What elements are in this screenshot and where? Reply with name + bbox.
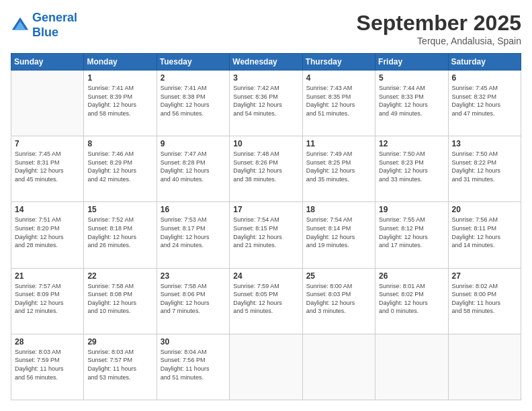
logo-text: General Blue (32, 11, 77, 40)
month-title: September 2025 (357, 11, 521, 36)
calendar-cell: 10Sunrise: 7:48 AM Sunset: 8:26 PM Dayli… (230, 136, 302, 202)
weekday-header: Monday (84, 54, 157, 71)
day-info: Sunrise: 7:54 AM Sunset: 8:14 PM Dayligh… (306, 216, 371, 249)
calendar-cell: 5Sunrise: 7:44 AM Sunset: 8:33 PM Daylig… (375, 71, 448, 136)
calendar-cell: 28Sunrise: 8:03 AM Sunset: 7:59 PM Dayli… (11, 334, 84, 400)
day-number: 15 (87, 205, 152, 214)
day-number: 4 (306, 73, 371, 83)
calendar-cell: 1Sunrise: 7:41 AM Sunset: 8:39 PM Daylig… (84, 71, 157, 136)
calendar-cell: 20Sunrise: 7:56 AM Sunset: 8:11 PM Dayli… (448, 202, 521, 268)
day-info: Sunrise: 7:55 AM Sunset: 8:12 PM Dayligh… (379, 216, 444, 249)
calendar-cell: 27Sunrise: 8:02 AM Sunset: 8:00 PM Dayli… (448, 268, 521, 334)
calendar-cell: 2Sunrise: 7:41 AM Sunset: 8:38 PM Daylig… (157, 71, 229, 136)
day-number: 1 (87, 73, 152, 83)
day-number: 7 (15, 139, 80, 148)
day-info: Sunrise: 7:41 AM Sunset: 8:39 PM Dayligh… (87, 84, 152, 118)
day-number: 19 (379, 205, 444, 214)
page: General Blue September 2025 Terque, Anda… (0, 0, 532, 411)
day-number: 29 (87, 337, 152, 347)
calendar-cell (302, 334, 375, 400)
day-number: 27 (452, 271, 517, 281)
day-number: 2 (161, 73, 226, 83)
location: Terque, Andalusia, Spain (357, 36, 521, 46)
day-number: 3 (233, 73, 298, 83)
day-info: Sunrise: 7:54 AM Sunset: 8:15 PM Dayligh… (233, 216, 298, 249)
day-info: Sunrise: 7:41 AM Sunset: 8:38 PM Dayligh… (161, 84, 226, 118)
logo: General Blue (11, 11, 77, 40)
calendar-cell (230, 334, 302, 400)
calendar-cell: 21Sunrise: 7:57 AM Sunset: 8:09 PM Dayli… (11, 268, 84, 334)
day-number: 11 (306, 139, 371, 148)
day-info: Sunrise: 7:45 AM Sunset: 8:32 PM Dayligh… (452, 84, 517, 118)
day-info: Sunrise: 8:02 AM Sunset: 8:00 PM Dayligh… (452, 282, 517, 316)
calendar-cell (448, 334, 521, 400)
calendar-cell: 9Sunrise: 7:47 AM Sunset: 8:28 PM Daylig… (157, 136, 229, 202)
day-info: Sunrise: 7:56 AM Sunset: 8:11 PM Dayligh… (452, 216, 517, 249)
weekday-header-row: SundayMondayTuesdayWednesdayThursdayFrid… (11, 54, 521, 71)
calendar-cell: 18Sunrise: 7:54 AM Sunset: 8:14 PM Dayli… (302, 202, 375, 268)
day-number: 26 (379, 271, 444, 281)
logo-line2: Blue (32, 26, 58, 39)
day-info: Sunrise: 7:59 AM Sunset: 8:05 PM Dayligh… (233, 282, 298, 316)
day-info: Sunrise: 8:04 AM Sunset: 7:56 PM Dayligh… (161, 348, 226, 381)
calendar-cell: 15Sunrise: 7:52 AM Sunset: 8:18 PM Dayli… (84, 202, 157, 268)
day-number: 21 (15, 271, 80, 281)
day-number: 17 (233, 205, 298, 214)
day-number: 28 (15, 337, 80, 347)
day-info: Sunrise: 7:51 AM Sunset: 8:20 PM Dayligh… (15, 216, 80, 249)
calendar-cell: 8Sunrise: 7:46 AM Sunset: 8:29 PM Daylig… (84, 136, 157, 202)
day-number: 16 (161, 205, 226, 214)
calendar-cell (11, 71, 84, 136)
weekday-header: Thursday (302, 54, 375, 71)
calendar-cell: 17Sunrise: 7:54 AM Sunset: 8:15 PM Dayli… (230, 202, 302, 268)
day-info: Sunrise: 7:45 AM Sunset: 8:31 PM Dayligh… (15, 150, 80, 183)
day-number: 12 (379, 139, 444, 148)
calendar-cell: 30Sunrise: 8:04 AM Sunset: 7:56 PM Dayli… (157, 334, 229, 400)
calendar-cell: 26Sunrise: 8:01 AM Sunset: 8:02 PM Dayli… (375, 268, 448, 334)
calendar-cell: 16Sunrise: 7:53 AM Sunset: 8:17 PM Dayli… (157, 202, 229, 268)
day-number: 24 (233, 271, 298, 281)
calendar-cell: 4Sunrise: 7:43 AM Sunset: 8:35 PM Daylig… (302, 71, 375, 136)
day-info: Sunrise: 7:47 AM Sunset: 8:28 PM Dayligh… (161, 150, 226, 183)
day-number: 30 (161, 337, 226, 347)
day-info: Sunrise: 7:58 AM Sunset: 8:06 PM Dayligh… (161, 282, 226, 316)
day-info: Sunrise: 7:50 AM Sunset: 8:22 PM Dayligh… (452, 150, 517, 183)
weekday-header: Wednesday (230, 54, 302, 71)
calendar-cell: 13Sunrise: 7:50 AM Sunset: 8:22 PM Dayli… (448, 136, 521, 202)
calendar-cell: 22Sunrise: 7:58 AM Sunset: 8:08 PM Dayli… (84, 268, 157, 334)
day-info: Sunrise: 7:44 AM Sunset: 8:33 PM Dayligh… (379, 84, 444, 118)
calendar-week-row: 1Sunrise: 7:41 AM Sunset: 8:39 PM Daylig… (11, 71, 521, 136)
weekday-header: Sunday (11, 54, 84, 71)
day-number: 22 (87, 271, 152, 281)
day-info: Sunrise: 7:58 AM Sunset: 8:08 PM Dayligh… (87, 282, 152, 316)
day-info: Sunrise: 7:50 AM Sunset: 8:23 PM Dayligh… (379, 150, 444, 183)
header: General Blue September 2025 Terque, Anda… (11, 11, 521, 46)
day-info: Sunrise: 7:52 AM Sunset: 8:18 PM Dayligh… (87, 216, 152, 249)
calendar-week-row: 21Sunrise: 7:57 AM Sunset: 8:09 PM Dayli… (11, 268, 521, 334)
weekday-header: Tuesday (157, 54, 229, 71)
calendar-cell: 19Sunrise: 7:55 AM Sunset: 8:12 PM Dayli… (375, 202, 448, 268)
weekday-header: Friday (375, 54, 448, 71)
title-block: September 2025 Terque, Andalusia, Spain (357, 11, 521, 46)
day-number: 9 (161, 139, 226, 148)
calendar-cell: 11Sunrise: 7:49 AM Sunset: 8:25 PM Dayli… (302, 136, 375, 202)
calendar-cell: 14Sunrise: 7:51 AM Sunset: 8:20 PM Dayli… (11, 202, 84, 268)
day-number: 13 (452, 139, 517, 148)
day-number: 25 (306, 271, 371, 281)
day-number: 6 (452, 73, 517, 83)
day-info: Sunrise: 7:49 AM Sunset: 8:25 PM Dayligh… (306, 150, 371, 183)
day-number: 18 (306, 205, 371, 214)
day-number: 14 (15, 205, 80, 214)
calendar-cell (375, 334, 448, 400)
day-number: 10 (233, 139, 298, 148)
day-number: 23 (161, 271, 226, 281)
logo-icon (11, 16, 30, 35)
day-info: Sunrise: 8:03 AM Sunset: 7:59 PM Dayligh… (15, 348, 80, 381)
calendar-week-row: 7Sunrise: 7:45 AM Sunset: 8:31 PM Daylig… (11, 136, 521, 202)
day-info: Sunrise: 7:42 AM Sunset: 8:36 PM Dayligh… (233, 84, 298, 118)
calendar-cell: 24Sunrise: 7:59 AM Sunset: 8:05 PM Dayli… (230, 268, 302, 334)
logo-line1: General (32, 11, 77, 24)
calendar-table: SundayMondayTuesdayWednesdayThursdayFrid… (11, 53, 521, 400)
day-number: 5 (379, 73, 444, 83)
day-info: Sunrise: 7:57 AM Sunset: 8:09 PM Dayligh… (15, 282, 80, 316)
